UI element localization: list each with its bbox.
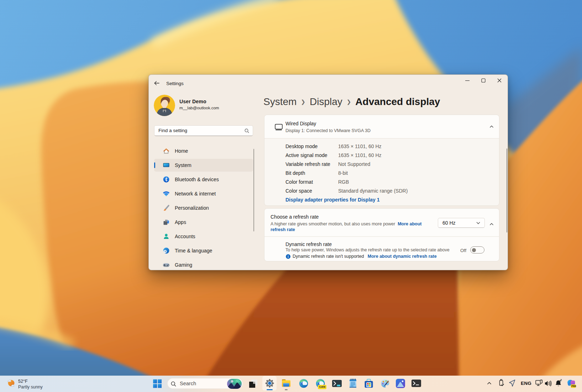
svg-text:Z: Z — [560, 379, 562, 381]
svg-text:PRE: PRE — [571, 385, 576, 387]
